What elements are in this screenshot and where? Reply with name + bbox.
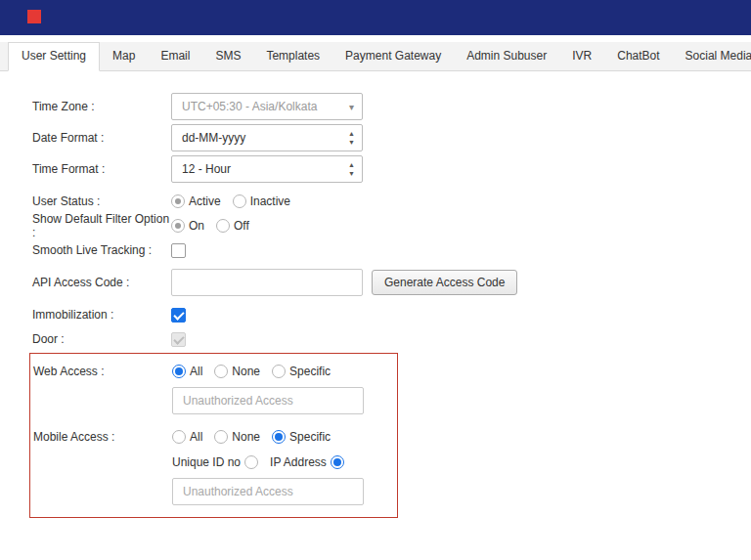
form-row-smooth-live-tracking: Smooth Live Tracking : bbox=[32, 240, 751, 260]
mobile-access-all-radio[interactable] bbox=[172, 430, 186, 444]
time-zone-select[interactable]: UTC+05:30 - Asia/Kolkata ▾ bbox=[171, 93, 363, 120]
form-row-mobile-access-input bbox=[33, 478, 397, 505]
door-label: Door : bbox=[32, 332, 171, 346]
date-format-label: Date Format : bbox=[32, 131, 171, 145]
mobile-access-none-label: None bbox=[232, 430, 260, 444]
form-row-web-access: Web Access : All None Specific bbox=[33, 362, 397, 381]
mobile-access-all-label: All bbox=[190, 430, 202, 444]
user-setting-form: Time Zone : UTC+05:30 - Asia/Kolkata ▾ D… bbox=[0, 71, 751, 518]
filter-off-radio[interactable] bbox=[216, 219, 230, 233]
api-access-code-input[interactable] bbox=[171, 269, 363, 296]
date-format-value: dd-MM-yyyy bbox=[182, 131, 245, 145]
form-row-date-format: Date Format : dd-MM-yyyy ▲▼ bbox=[32, 124, 751, 151]
web-access-none-radio[interactable] bbox=[214, 365, 228, 378]
unique-id-label: Unique ID no bbox=[172, 455, 241, 469]
time-zone-value: UTC+05:30 - Asia/Kolkata bbox=[182, 100, 317, 113]
form-row-show-default-filter: Show Default Filter Option : On Off bbox=[32, 216, 751, 236]
user-status-active-label: Active bbox=[189, 194, 221, 208]
smooth-live-tracking-label: Smooth Live Tracking : bbox=[32, 243, 171, 257]
web-access-all-radio[interactable] bbox=[172, 365, 186, 378]
api-access-code-label: API Access Code : bbox=[32, 276, 171, 289]
tab-templates[interactable]: Templates bbox=[253, 42, 332, 70]
tab-admin-subuser[interactable]: Admin Subuser bbox=[454, 42, 559, 70]
tab-map[interactable]: Map bbox=[100, 42, 148, 70]
web-access-specific-radio[interactable] bbox=[272, 365, 286, 378]
mobile-access-label: Mobile Access : bbox=[33, 430, 172, 444]
form-row-mobile-access: Mobile Access : All None Specific bbox=[33, 427, 397, 447]
form-row-door: Door : bbox=[32, 329, 751, 349]
generate-access-code-button[interactable]: Generate Access Code bbox=[372, 270, 517, 295]
unique-id-radio[interactable] bbox=[244, 455, 258, 469]
user-status-label: User Status : bbox=[32, 194, 171, 208]
logo-icon bbox=[27, 10, 41, 23]
ip-address-radio[interactable] bbox=[331, 455, 344, 469]
immobilization-checkbox[interactable] bbox=[171, 308, 186, 323]
form-row-web-access-input bbox=[33, 387, 397, 414]
tab-payment-gateway[interactable]: Payment Gateway bbox=[332, 42, 454, 70]
tab-email[interactable]: Email bbox=[148, 42, 202, 70]
user-status-inactive-label: Inactive bbox=[250, 194, 290, 208]
filter-on-label: On bbox=[189, 219, 204, 233]
filter-off-label: Off bbox=[234, 219, 249, 233]
mobile-access-unauthorized-input[interactable] bbox=[172, 478, 364, 505]
web-access-all-label: All bbox=[190, 365, 202, 378]
time-format-value: 12 - Hour bbox=[182, 162, 231, 176]
form-row-time-zone: Time Zone : UTC+05:30 - Asia/Kolkata ▾ bbox=[32, 93, 751, 120]
page: User Setting Map Email SMS Templates Pay… bbox=[0, 0, 751, 560]
spinner-arrows-icon: ▲▼ bbox=[348, 160, 355, 178]
tab-user-setting[interactable]: User Setting bbox=[8, 42, 100, 71]
tab-social-media-api[interactable]: Social Media API bbox=[673, 42, 751, 70]
time-format-label: Time Format : bbox=[32, 162, 171, 176]
tab-sms[interactable]: SMS bbox=[202, 42, 253, 70]
mobile-access-specific-label: Specific bbox=[289, 430, 331, 444]
ip-address-label: IP Address bbox=[270, 455, 327, 469]
web-access-specific-label: Specific bbox=[289, 365, 331, 378]
app-header bbox=[0, 0, 751, 35]
form-row-time-format: Time Format : 12 - Hour ▲▼ bbox=[32, 155, 751, 183]
time-format-select[interactable]: 12 - Hour ▲▼ bbox=[171, 155, 363, 183]
mobile-access-none-radio[interactable] bbox=[214, 430, 228, 444]
web-access-unauthorized-input[interactable] bbox=[172, 387, 364, 414]
time-zone-label: Time Zone : bbox=[32, 100, 171, 113]
smooth-live-tracking-checkbox[interactable] bbox=[171, 243, 186, 258]
form-row-api-access-code: API Access Code : Generate Access Code bbox=[32, 269, 751, 296]
user-status-inactive-radio[interactable] bbox=[233, 194, 246, 208]
show-default-filter-label: Show Default Filter Option : bbox=[32, 212, 171, 239]
chevron-down-icon: ▾ bbox=[349, 102, 354, 112]
spinner-arrows-icon: ▲▼ bbox=[348, 129, 355, 147]
tab-bar: User Setting Map Email SMS Templates Pay… bbox=[0, 42, 751, 71]
web-access-none-label: None bbox=[232, 365, 260, 378]
door-checkbox[interactable] bbox=[171, 332, 186, 347]
filter-on-radio[interactable] bbox=[171, 219, 185, 233]
immobilization-label: Immobilization : bbox=[32, 308, 171, 322]
date-format-select[interactable]: dd-MM-yyyy ▲▼ bbox=[171, 124, 363, 151]
mobile-access-specific-radio[interactable] bbox=[272, 430, 286, 444]
form-row-immobilization: Immobilization : bbox=[32, 305, 751, 324]
form-row-user-status: User Status : Active Inactive bbox=[32, 192, 751, 211]
user-status-active-radio[interactable] bbox=[171, 194, 185, 208]
access-settings-highlight-box: Web Access : All None Specific bbox=[29, 353, 398, 518]
tab-ivr[interactable]: IVR bbox=[559, 42, 604, 70]
web-access-label: Web Access : bbox=[33, 365, 172, 378]
form-row-mobile-access-id-type: Unique ID no IP Address bbox=[33, 452, 397, 472]
tab-chatbot[interactable]: ChatBot bbox=[604, 42, 672, 70]
